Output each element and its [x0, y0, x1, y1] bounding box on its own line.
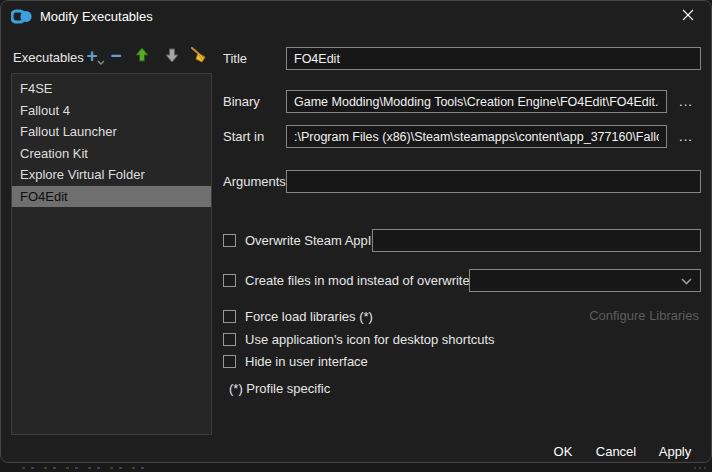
minus-icon: −	[110, 45, 121, 67]
apply-button[interactable]: Apply	[649, 440, 701, 463]
list-item-creation-kit[interactable]: Creation Kit	[12, 143, 211, 165]
mod-select-dropdown[interactable]	[469, 269, 701, 292]
up-arrow-icon	[134, 47, 150, 66]
hide-ui-checkbox[interactable]	[223, 355, 236, 368]
list-item-fallout-launcher[interactable]: Fallout Launcher	[12, 121, 211, 143]
profile-specific-note: (*) Profile specific	[229, 381, 330, 396]
list-item-fo4edit[interactable]: FO4Edit	[12, 186, 211, 208]
move-down-button[interactable]	[161, 45, 183, 67]
cleanup-button[interactable]	[187, 45, 209, 67]
use-app-icon-row: Use application's icon for desktop short…	[223, 329, 495, 349]
list-item-f4se[interactable]: F4SE	[12, 78, 211, 100]
executables-list: F4SE Fallout 4 Fallout Launcher Creation…	[11, 73, 212, 435]
binary-browse-button[interactable]: ...	[673, 90, 699, 113]
dialog-title: Modify Executables	[40, 9, 153, 24]
create-files-label: Create files in mod instead of overwrite…	[245, 273, 487, 288]
arguments-input[interactable]	[286, 170, 701, 193]
move-up-button[interactable]	[131, 45, 153, 67]
broom-icon	[190, 46, 207, 66]
use-app-icon-label: Use application's icon for desktop short…	[245, 332, 495, 347]
modify-executables-dialog: Modify Executables Executables + −	[0, 0, 712, 463]
appid-input[interactable]	[372, 229, 701, 252]
arguments-field-label: Arguments	[223, 174, 286, 189]
chevron-down-icon	[681, 273, 692, 288]
start-in-input[interactable]	[286, 125, 667, 148]
overwrite-appid-checkbox[interactable]	[223, 234, 236, 247]
overwrite-appid-row: Overwrite Steam AppID	[223, 230, 381, 250]
create-files-row: Create files in mod instead of overwrite…	[223, 270, 487, 290]
background-window-glimpse	[694, 467, 708, 469]
hide-ui-label: Hide in user interface	[245, 354, 368, 369]
binary-field-label: Binary	[223, 94, 260, 109]
configure-libraries-button[interactable]: Configure Libraries	[589, 308, 699, 323]
hide-ui-row: Hide in user interface	[223, 351, 368, 371]
overwrite-appid-label: Overwrite Steam AppID	[245, 233, 381, 248]
cancel-button[interactable]: Cancel	[590, 440, 642, 463]
plus-icon: +	[86, 45, 97, 67]
remove-executable-button[interactable]: −	[105, 45, 127, 67]
force-load-checkbox[interactable]	[223, 310, 236, 323]
add-executable-button[interactable]: +	[81, 45, 103, 67]
executables-label: Executables	[13, 50, 84, 65]
force-load-row: Force load libraries (*)	[223, 306, 373, 326]
title-bar: Modify Executables	[1, 1, 711, 31]
close-icon	[682, 9, 694, 24]
list-item-explore-virtual-folder[interactable]: Explore Virtual Folder	[12, 164, 211, 186]
start-in-field-label: Start in	[223, 129, 264, 144]
binary-input[interactable]	[286, 90, 667, 113]
title-field-label: Title	[223, 51, 247, 66]
desktop-background: Modify Executables Executables + −	[0, 0, 712, 472]
create-files-checkbox[interactable]	[223, 274, 236, 287]
use-app-icon-checkbox[interactable]	[223, 333, 236, 346]
force-load-label: Force load libraries (*)	[245, 309, 373, 324]
start-in-browse-button[interactable]: ...	[673, 125, 699, 148]
title-input[interactable]	[286, 47, 701, 70]
ok-button[interactable]: OK	[542, 440, 584, 463]
down-arrow-icon	[164, 47, 180, 66]
chevron-down-icon	[97, 48, 105, 70]
close-button[interactable]	[665, 2, 710, 31]
background-window-glimpse	[22, 467, 152, 469]
mod-organizer-logo-icon	[11, 9, 33, 24]
list-item-fallout4[interactable]: Fallout 4	[12, 100, 211, 122]
